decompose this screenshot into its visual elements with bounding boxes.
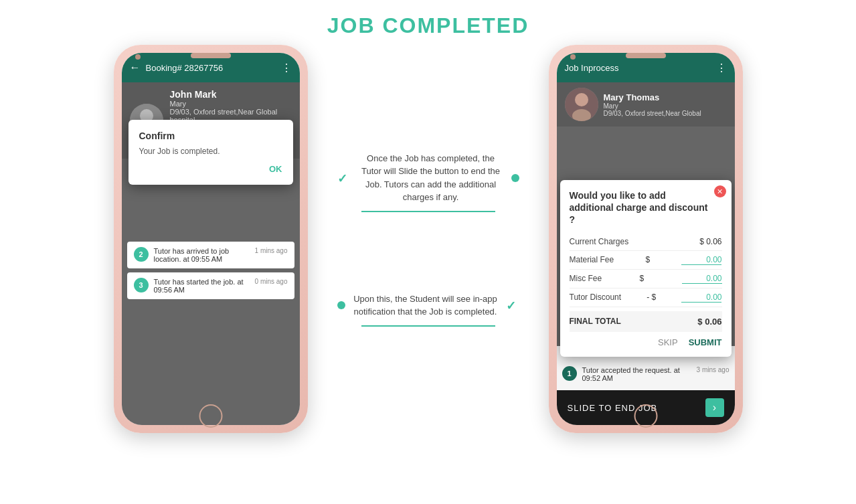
- final-total-row: FINAL TOTAL $ 0.06: [570, 311, 722, 332]
- page-title: JOB COMPLETED: [0, 0, 856, 38]
- right-profile-sub1: Mary: [604, 102, 701, 110]
- confirm-body: Your Job is completed.: [139, 147, 282, 156]
- phone-camera: [135, 54, 141, 60]
- confirm-title: Confirm: [139, 131, 282, 141]
- submit-button[interactable]: SUBMIT: [689, 337, 722, 347]
- tutor-discount-input[interactable]: [681, 292, 721, 303]
- charge-material-label: Material Fee: [570, 255, 614, 264]
- confirm-dialog: Confirm Your Job is completed. OK: [129, 120, 293, 185]
- right-phone-camera: [570, 54, 576, 60]
- slide-arrow-icon: ›: [705, 398, 724, 417]
- left-phone-screen: ← Booking# 28267756 ⋮ John Mark: [122, 53, 300, 425]
- right-phone-screen: Job Inprocess ⋮ Mary Thomas Mary: [557, 53, 735, 425]
- phone-notch: [191, 53, 231, 58]
- annotation-1-group: ✓ Once the Job has completed, the Tutor …: [337, 152, 519, 212]
- right-header-title: Job Inprocess: [565, 63, 711, 73]
- ok-button[interactable]: OK: [269, 164, 282, 174]
- right-profile-info: Mary Thomas Mary D9/03, Oxford street,Ne…: [604, 92, 701, 117]
- charge-row-material: Material Fee $: [570, 251, 722, 270]
- step-3-num: 3: [134, 278, 149, 292]
- progress-num-1: 1: [562, 366, 577, 381]
- step-3-text: Tutor has started the job. at 09:56 AM: [154, 278, 250, 294]
- annotation-2-text: Upon this, the Student will see in-app n…: [352, 292, 499, 319]
- dot-1: [511, 174, 519, 182]
- charges-dialog: ✕ Would you like to add additional charg…: [560, 180, 732, 357]
- step-3-time: 0 mins ago: [255, 278, 288, 285]
- check-icon-2: ✓: [506, 299, 519, 312]
- connector-h-1: [361, 211, 495, 212]
- step-2-time: 1 mins ago: [255, 247, 288, 254]
- dialog-actions: SKIP SUBMIT: [570, 337, 722, 347]
- right-phone: Job Inprocess ⋮ Mary Thomas Mary: [549, 45, 743, 433]
- step-3-item: 3 Tutor has started the job. at 09:56 AM…: [127, 272, 294, 299]
- right-phone-notch: [626, 53, 666, 58]
- right-avatar: [565, 88, 598, 121]
- left-profile-name: John Mark: [170, 89, 292, 100]
- dot-2-left: [337, 301, 345, 309]
- check-icon-1: ✓: [337, 171, 351, 185]
- left-screen-content: ← Booking# 28267756 ⋮ John Mark: [122, 53, 300, 425]
- charge-misc-label: Misc Fee: [570, 274, 602, 283]
- charge-current-label: Current Charges: [570, 237, 629, 246]
- annotation-1-row: ✓ Once the Job has completed, the Tutor …: [337, 152, 519, 204]
- right-phone-home-button[interactable]: [634, 404, 657, 428]
- charge-discount-prefix: - $: [647, 292, 656, 302]
- left-menu-icon[interactable]: ⋮: [281, 62, 292, 74]
- annotation-1-text: Once the Job has completed, the Tutor wi…: [357, 152, 505, 204]
- charges-close-button[interactable]: ✕: [714, 185, 726, 197]
- svg-point-4: [575, 93, 588, 106]
- right-content-area: ✕ Would you like to add additional charg…: [557, 127, 735, 390]
- charge-row-misc: Misc Fee $: [570, 270, 722, 288]
- charge-discount-label: Tutor Discount: [570, 292, 622, 302]
- progress-step-1: 1 Tutor accepted the request. at 09:52 A…: [562, 362, 730, 386]
- charge-misc-prefix: $: [640, 274, 645, 283]
- annotation-2-group: Upon this, the Student will see in-app n…: [337, 292, 519, 327]
- annotation-area: ✓ Once the Job has completed, the Tutor …: [321, 152, 535, 327]
- right-profile-section: Mary Thomas Mary D9/03, Oxford street,Ne…: [557, 82, 735, 127]
- misc-fee-input[interactable]: [682, 274, 722, 284]
- progress-step-1-time: 3 mins ago: [697, 366, 730, 373]
- progress-step-1-text: Tutor accepted the request. at 09:52 AM: [582, 366, 691, 382]
- right-profile-sub2: D9/03, Oxford street,Near Global: [604, 110, 701, 117]
- annotation-2-row: Upon this, the Student will see in-app n…: [337, 292, 519, 319]
- charge-material-prefix: $: [646, 255, 651, 264]
- charge-row-discount: Tutor Discount - $: [570, 288, 722, 307]
- step-2-text: Tutor has arrived to job location. at 09…: [154, 247, 250, 263]
- step-2-num: 2: [134, 247, 149, 262]
- left-header-title: Booking# 28267756: [146, 63, 276, 73]
- charge-current-val: $ 0.06: [699, 237, 721, 246]
- left-profile-sub1: Mary: [170, 100, 292, 108]
- back-icon[interactable]: ←: [130, 62, 141, 74]
- charge-row-current: Current Charges $ 0.06: [570, 233, 722, 251]
- confirm-ok-container: OK: [139, 164, 282, 174]
- right-profile-name: Mary Thomas: [604, 92, 701, 102]
- left-phone-home-button[interactable]: [199, 404, 222, 428]
- left-phone: ← Booking# 28267756 ⋮ John Mark: [114, 45, 308, 433]
- final-total-val: $ 0.06: [697, 317, 721, 327]
- progress-step-1-info: Tutor accepted the request. at 09:52 AM: [582, 366, 691, 382]
- main-content: ← Booking# 28267756 ⋮ John Mark: [0, 45, 856, 433]
- connector-h-2: [361, 325, 495, 327]
- charges-dialog-title: Would you like to add additional charge …: [570, 189, 722, 226]
- material-fee-input[interactable]: [681, 255, 721, 265]
- step-2-item: 2 Tutor has arrived to job location. at …: [127, 242, 294, 268]
- right-menu-icon[interactable]: ⋮: [716, 62, 727, 74]
- skip-button[interactable]: SKIP: [658, 337, 678, 347]
- right-screen-content: Job Inprocess ⋮ Mary Thomas Mary: [557, 53, 735, 425]
- left-job-steps: Confirm Your Job is completed. OK 2 Tuto…: [122, 159, 300, 425]
- final-total-label: FINAL TOTAL: [570, 317, 621, 327]
